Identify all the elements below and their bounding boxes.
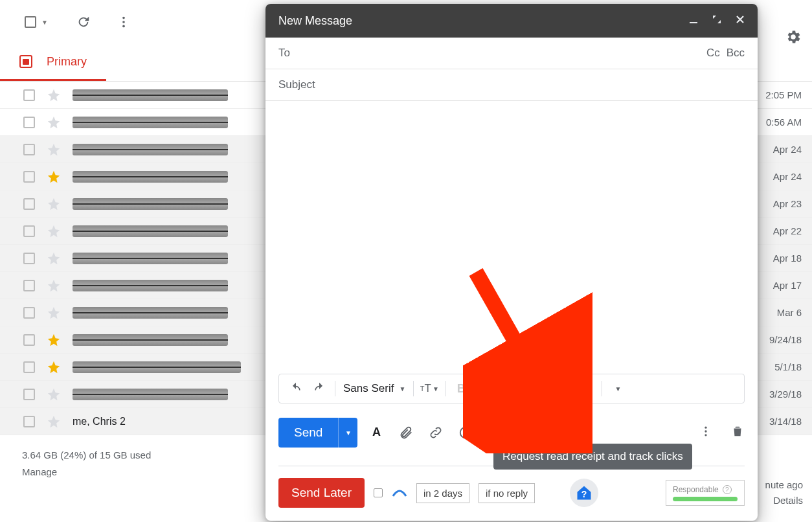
send-button-group: Send ▼	[278, 418, 357, 448]
cc-link[interactable]: Cc	[706, 47, 720, 60]
text-format-icon[interactable]: A	[369, 426, 383, 440]
row-date: 5/1/18	[774, 361, 812, 372]
svg-point-2	[122, 25, 125, 28]
row-checkbox[interactable]	[23, 389, 35, 400]
more-icon[interactable]	[117, 15, 131, 29]
svg-point-8	[464, 431, 465, 432]
star-icon[interactable]	[47, 306, 61, 320]
send-later-button[interactable]: Send Later	[278, 478, 365, 508]
row-checkbox[interactable]	[23, 144, 35, 155]
discard-icon[interactable]	[730, 424, 745, 441]
star-icon[interactable]	[47, 115, 61, 130]
row-checkbox[interactable]	[23, 334, 35, 346]
fullscreen-icon[interactable]	[712, 15, 721, 27]
subject-field[interactable]: Subject	[265, 69, 758, 101]
compose-body[interactable]	[265, 101, 758, 374]
star-icon[interactable]	[47, 387, 61, 402]
row-date: Apr 24	[773, 171, 812, 182]
star-icon[interactable]	[47, 333, 61, 347]
settings-icon[interactable]	[785, 28, 802, 48]
align-icon[interactable]: ▼	[552, 378, 573, 399]
formatting-toolbar: Sans Serif▼ TT▼ B I U A▼ ▼ 123 ▼	[278, 374, 745, 403]
row-date: Apr 24	[773, 144, 812, 155]
font-size-icon[interactable]: TT▼	[419, 378, 440, 399]
compose-titlebar: New Message	[265, 4, 758, 38]
to-field[interactable]: To Cc Bcc	[265, 38, 758, 69]
link-icon[interactable]	[429, 426, 443, 440]
list-icon[interactable]: 123	[576, 378, 596, 399]
row-date: 0:56 AM	[766, 117, 812, 128]
boomerang-icon	[392, 488, 407, 497]
bcc-link[interactable]: Bcc	[727, 47, 745, 60]
svg-rect-3	[690, 22, 697, 23]
undo-icon[interactable]	[286, 378, 306, 399]
more-options-icon[interactable]	[699, 425, 712, 440]
send-later-row: Send Later in 2 days if no reply ? Respo…	[278, 478, 745, 508]
respondable-meter	[673, 497, 738, 501]
star-icon[interactable]	[47, 170, 61, 184]
more-formatting-icon[interactable]: ▼	[607, 378, 628, 399]
emoji-icon[interactable]	[458, 426, 473, 440]
star-icon[interactable]	[47, 251, 61, 266]
refresh-icon[interactable]	[76, 15, 91, 29]
underline-icon[interactable]: U	[497, 378, 518, 399]
row-date: Apr 23	[773, 198, 812, 209]
compose-action-icons: A $	[369, 426, 592, 440]
send-dropdown[interactable]: ▼	[338, 418, 357, 448]
row-checkbox[interactable]	[23, 280, 35, 291]
image-icon[interactable]	[518, 426, 532, 440]
delay-input[interactable]: in 2 days	[416, 483, 469, 503]
row-date: 9/24/18	[769, 334, 812, 345]
star-icon[interactable]	[47, 414, 61, 429]
star-icon[interactable]	[47, 360, 61, 374]
help-icon[interactable]: ?	[723, 485, 732, 494]
confidential-icon[interactable]	[548, 426, 562, 440]
star-icon[interactable]	[47, 278, 61, 293]
tooltip: Request read receipt and track clicks	[493, 444, 692, 470]
bold-icon[interactable]: B	[451, 378, 471, 399]
close-icon[interactable]	[736, 15, 745, 27]
money-icon[interactable]: $	[578, 426, 592, 440]
send-later-checkbox[interactable]	[374, 488, 383, 497]
row-date: Apr 22	[773, 225, 812, 236]
details-link[interactable]: Details	[773, 495, 803, 506]
row-checkbox[interactable]	[23, 416, 35, 427]
inbox-pause-icon[interactable]: ?	[570, 479, 598, 507]
italic-icon[interactable]: I	[474, 378, 495, 399]
select-all-checkbox[interactable]	[25, 16, 36, 28]
redo-icon[interactable]	[309, 378, 330, 399]
row-checkbox[interactable]	[23, 89, 35, 101]
svg-point-0	[122, 17, 125, 19]
row-checkbox[interactable]	[23, 225, 35, 237]
respondable-widget[interactable]: Respondable?	[666, 480, 745, 506]
font-selector[interactable]: Sans Serif▼	[341, 382, 408, 395]
row-checkbox[interactable]	[23, 117, 35, 128]
subject-label: Subject	[278, 78, 315, 91]
star-icon[interactable]	[47, 88, 61, 102]
svg-point-7	[460, 427, 471, 438]
row-checkbox[interactable]	[23, 307, 35, 319]
svg-rect-10	[520, 428, 531, 438]
select-dropdown-caret[interactable]: ▼	[41, 19, 48, 26]
star-icon[interactable]	[47, 224, 61, 238]
row-checkbox[interactable]	[23, 198, 35, 210]
star-icon[interactable]	[47, 197, 61, 211]
svg-point-14	[705, 430, 706, 432]
row-checkbox[interactable]	[23, 171, 35, 183]
row-checkbox[interactable]	[23, 361, 35, 373]
inbox-icon	[19, 55, 32, 68]
text-color-icon[interactable]: A▼	[521, 378, 541, 399]
activity-text: nute ago	[765, 479, 803, 490]
minimize-icon[interactable]	[689, 15, 698, 27]
condition-input[interactable]: if no reply	[479, 483, 535, 503]
row-checkbox[interactable]	[23, 253, 35, 264]
tab-primary[interactable]: Primary	[0, 44, 106, 81]
svg-point-1	[122, 21, 125, 23]
drive-icon[interactable]	[488, 426, 502, 440]
row-date: 3/29/18	[769, 389, 812, 400]
star-icon[interactable]	[47, 142, 61, 157]
to-label: To	[278, 47, 290, 60]
compose-window: New Message To Cc Bcc Subject Sans Serif…	[265, 4, 758, 521]
send-button[interactable]: Send	[278, 418, 338, 448]
attach-icon[interactable]	[399, 426, 413, 440]
